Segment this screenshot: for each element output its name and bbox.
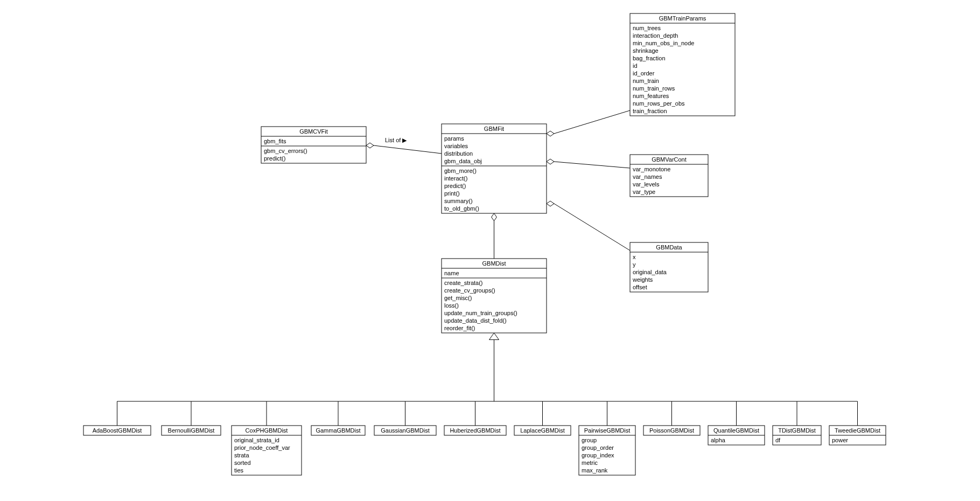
class-method: update_data_dist_fold() — [444, 317, 507, 324]
class-field: max_rank — [582, 467, 608, 474]
class-BernoulliGBMDist: BernoulliGBMDist — [162, 426, 221, 435]
class-GBMTrainParams: GBMTrainParamsnum_treesinteraction_depth… — [630, 13, 735, 116]
class-field: sorted — [234, 460, 251, 466]
class-field: x — [633, 254, 636, 260]
class-field: group_order — [582, 444, 614, 451]
class-title: GBMVarCont — [652, 156, 687, 163]
class-GBMDist: GBMDistnamecreate_strata()create_cv_grou… — [442, 259, 547, 333]
svg-line-35 — [554, 204, 630, 250]
class-field: offset — [633, 284, 647, 290]
class-method: get_misc() — [444, 295, 472, 301]
class-GammaGBMDist: GammaGBMDist — [311, 426, 365, 435]
class-field: gbm_fits — [264, 138, 286, 144]
class-title: GBMFit — [484, 126, 504, 132]
class-field: strata — [234, 452, 249, 458]
class-TweedieGBMDist: TweedieGBMDistpower — [829, 426, 886, 445]
class-GBMVarCont: GBMVarContvar_monotonevar_namesvar_level… — [630, 155, 708, 197]
class-field: distribution — [444, 150, 473, 157]
class-field: id_order — [633, 70, 655, 76]
class-title: HuberizedGBMDist — [450, 427, 500, 434]
class-GaussianGBMDist: GaussianGBMDist — [374, 426, 436, 435]
class-field: gbm_data_obj — [444, 158, 482, 164]
class-method: print() — [444, 190, 460, 197]
class-field: min_num_obs_in_node — [633, 40, 694, 46]
generalization-arrow — [489, 333, 499, 340]
class-HuberizedGBMDist: HuberizedGBMDist — [444, 426, 506, 435]
class-field: group — [582, 437, 597, 443]
class-title: GaussianGBMDist — [381, 427, 429, 434]
class-field: id — [633, 62, 638, 69]
class-method: reorder_fit() — [444, 325, 475, 331]
class-GBMCVFit: GBMCVFitgbm_fitsgbm_cv_errors()predict() — [261, 127, 366, 163]
class-title: QuantileGBMDist — [713, 427, 759, 434]
svg-line-32 — [374, 145, 442, 154]
class-title: GammaGBMDist — [316, 427, 360, 434]
class-field: df — [775, 437, 781, 443]
class-field: var_monotone — [633, 166, 670, 172]
class-title: CoxPHGBMDist — [246, 427, 288, 434]
class-field: var_type — [633, 189, 655, 195]
class-GBMData: GBMDataxyoriginal_dataweightsoffset — [630, 242, 708, 292]
class-QuantileGBMDist: QuantileGBMDistalpha — [708, 426, 765, 445]
class-title: LaplaceGBMDist — [520, 427, 565, 434]
uml-diagram: GBMCVFitgbm_fitsgbm_cv_errors()predict()… — [0, 0, 980, 501]
class-field: num_trees — [633, 25, 661, 31]
aggregation-diamond — [492, 213, 497, 221]
class-AdaBoostGBMDist: AdaBoostGBMDist — [83, 426, 151, 435]
class-method: create_cv_groups() — [444, 287, 495, 294]
class-field: alpha — [711, 437, 726, 443]
class-method: gbm_cv_errors() — [264, 148, 307, 154]
class-title: GBMDist — [482, 260, 506, 267]
class-field: y — [633, 261, 636, 268]
class-field: num_features — [633, 93, 669, 99]
class-title: TDistGBMDist — [778, 427, 816, 434]
class-field: prior_node_coeff_var — [234, 444, 290, 451]
class-title: GBMTrainParams — [659, 15, 706, 22]
class-LaplaceGBMDist: LaplaceGBMDist — [514, 426, 571, 435]
class-title: BernoulliGBMDist — [168, 427, 215, 434]
class-PairwiseGBMDist: PairwiseGBMDistgroupgroup_ordergroup_ind… — [579, 426, 635, 475]
class-method: to_old_gbm() — [444, 205, 479, 212]
class-title: AdaBoostGBMDist — [93, 427, 142, 434]
class-field: num_train_rows — [633, 85, 675, 92]
class-GBMFit: GBMFitparamsvariablesdistributiongbm_dat… — [442, 124, 547, 213]
class-method: gbm_more() — [444, 168, 477, 174]
aggregation-diamond — [547, 159, 554, 164]
class-field: interaction_depth — [633, 32, 678, 39]
class-title: PoissonGBMDist — [649, 427, 694, 434]
class-field: params — [444, 135, 464, 142]
class-field: num_train — [633, 78, 659, 84]
class-title: GBMData — [656, 244, 682, 250]
class-title: TweedieGBMDist — [835, 427, 880, 434]
class-field: variables — [444, 143, 468, 149]
svg-line-33 — [554, 110, 630, 134]
class-method: interact() — [444, 175, 467, 182]
class-field: original_strata_id — [234, 437, 279, 443]
class-title: GBMCVFit — [299, 128, 328, 135]
class-TDistGBMDist: TDistGBMDistdf — [773, 426, 821, 445]
class-field: shrinkage — [633, 47, 659, 54]
aggregation-diamond — [366, 143, 374, 148]
class-title: PairwiseGBMDist — [584, 427, 631, 434]
class-CoxPHGBMDist: CoxPHGBMDistoriginal_strata_idprior_node… — [232, 426, 302, 475]
aggregation-diamond — [547, 201, 554, 206]
class-field: bag_fraction — [633, 55, 666, 61]
class-field: group_index — [582, 452, 614, 458]
class-field: var_levels — [633, 181, 660, 187]
class-field: metric — [582, 460, 598, 466]
class-PoissonGBMDist: PoissonGBMDist — [643, 426, 700, 435]
class-field: original_data — [633, 269, 667, 275]
class-method: loss() — [444, 302, 459, 309]
class-field: num_rows_per_obs — [633, 100, 685, 107]
class-method: update_num_train_groups() — [444, 310, 517, 316]
class-field: ties — [234, 467, 244, 474]
aggregation-diamond — [547, 131, 554, 136]
class-field: var_names — [633, 173, 662, 180]
edge-label-listof: List of ▶ — [385, 137, 407, 143]
class-method: predict() — [264, 155, 285, 162]
class-field: weights — [632, 276, 653, 283]
svg-line-34 — [554, 162, 630, 168]
class-method: predict() — [444, 183, 466, 189]
class-field: power — [832, 437, 848, 443]
class-method: summary() — [444, 198, 473, 204]
